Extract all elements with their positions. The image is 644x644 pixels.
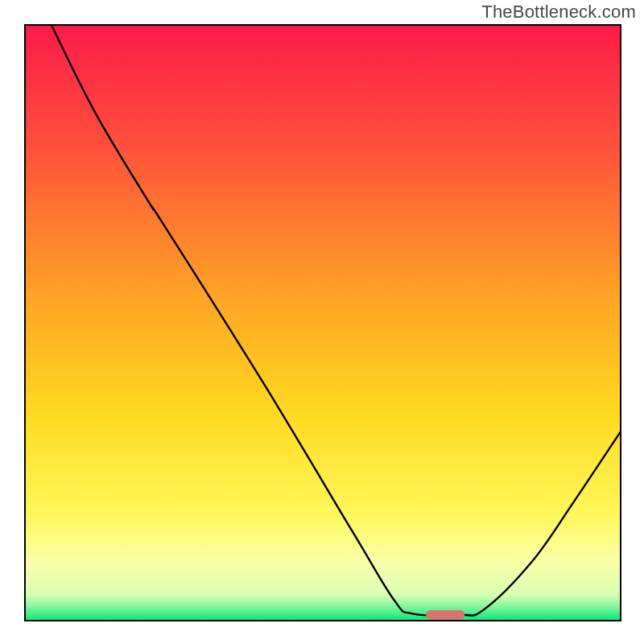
- chart-plot: [24, 24, 621, 621]
- watermark-text: TheBottleneck.com: [481, 2, 636, 23]
- gradient-background: [24, 24, 621, 621]
- chart-stage: TheBottleneck.com: [0, 0, 644, 644]
- minimum-marker: [426, 610, 464, 620]
